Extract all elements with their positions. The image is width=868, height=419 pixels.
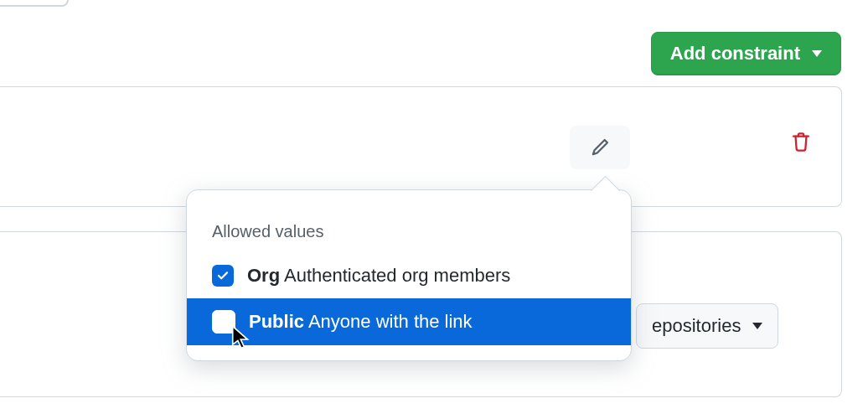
panel-edge <box>0 0 69 7</box>
allowed-value-option-public[interactable]: Public Anyone with the link <box>187 298 631 345</box>
pencil-icon <box>589 137 611 158</box>
popover-title: Allowed values <box>212 222 606 241</box>
allowed-values-popover: Allowed values Org Authenticated org mem… <box>186 189 632 361</box>
delete-button[interactable] <box>784 126 818 159</box>
allowed-value-option-org[interactable]: Org Authenticated org members <box>187 253 631 298</box>
repositories-dropdown[interactable]: epositories <box>636 303 778 349</box>
option-label: Org Authenticated org members <box>247 265 510 287</box>
add-constraint-button[interactable]: Add constraint <box>651 32 841 75</box>
checkbox-unchecked-icon <box>212 310 235 334</box>
checkbox-checked-icon <box>212 265 234 287</box>
add-constraint-label: Add constraint <box>670 43 800 65</box>
repositories-label-partial: epositories <box>652 315 741 337</box>
caret-down-icon <box>812 50 822 57</box>
edit-button[interactable] <box>570 126 630 169</box>
trash-icon <box>790 132 812 153</box>
caret-down-icon <box>752 323 762 329</box>
option-label: Public Anyone with the link <box>249 311 473 333</box>
